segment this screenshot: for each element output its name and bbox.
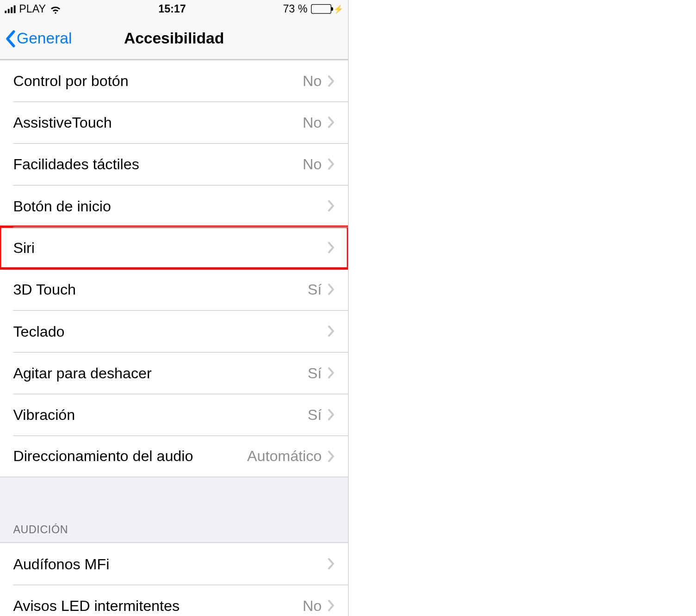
row-label: Direccionamiento del audio xyxy=(13,448,247,465)
row-value: Sí xyxy=(308,364,322,382)
chevron-right-icon xyxy=(328,75,335,87)
row-value: Automático xyxy=(247,448,322,465)
page-title: Accesibilidad xyxy=(124,29,224,48)
chevron-right-icon xyxy=(328,200,335,212)
carrier-label: PLAY xyxy=(19,3,46,15)
row-siri[interactable]: Siri xyxy=(0,227,348,268)
row-audifonos-mfi[interactable]: Audífonos MFi xyxy=(0,543,348,585)
chevron-right-icon xyxy=(328,409,335,421)
row-vibracion[interactable]: Vibración Sí xyxy=(0,394,348,435)
row-label: AssistiveTouch xyxy=(13,114,303,131)
chevron-right-icon xyxy=(328,367,335,379)
wifi-icon xyxy=(50,3,62,15)
screen-accessibility: PLAY 15:17 73 % ⚡ General Accesibilidad … xyxy=(0,0,348,616)
chevron-right-icon xyxy=(328,325,335,337)
row-agitar-deshacer[interactable]: Agitar para deshacer Sí xyxy=(0,352,348,394)
chevron-right-icon xyxy=(328,283,335,296)
row-control-por-boton[interactable]: Control por botón No xyxy=(0,60,348,101)
row-value: Sí xyxy=(308,406,322,423)
battery-percent-label: 73 % xyxy=(283,3,307,15)
row-boton-inicio[interactable]: Botón de inicio xyxy=(0,185,348,227)
row-label: Siri xyxy=(13,239,328,256)
row-label: Audífonos MFi xyxy=(13,555,328,572)
row-value: No xyxy=(303,72,322,89)
row-teclado[interactable]: Teclado xyxy=(0,310,348,352)
row-label: Teclado xyxy=(13,322,328,339)
row-facilidades-tactiles[interactable]: Facilidades táctiles No xyxy=(0,143,348,185)
back-button[interactable]: General xyxy=(5,29,72,48)
row-label: Facilidades táctiles xyxy=(13,155,303,172)
chevron-right-icon xyxy=(328,241,335,253)
row-avisos-led[interactable]: Avisos LED intermitentes No xyxy=(0,585,348,616)
status-bar: PLAY 15:17 73 % ⚡ xyxy=(0,0,348,18)
chevron-right-icon xyxy=(328,558,335,570)
row-value: No xyxy=(303,114,322,131)
row-label: Botón de inicio xyxy=(13,197,328,214)
row-label: 3D Touch xyxy=(13,281,307,298)
chevron-right-icon xyxy=(328,158,335,170)
row-assistivetouch[interactable]: AssistiveTouch No xyxy=(0,101,348,143)
charging-bolt-icon: ⚡ xyxy=(333,4,343,14)
settings-list: Control por botón No AssistiveTouch No F… xyxy=(0,60,348,616)
chevron-right-icon xyxy=(328,117,335,129)
row-value: Sí xyxy=(308,281,322,298)
chevron-right-icon xyxy=(328,450,335,462)
battery-icon xyxy=(311,4,331,14)
chevron-right-icon xyxy=(328,599,335,611)
section-header-audicion: AUDICIÓN xyxy=(0,477,348,543)
nav-bar: General Accesibilidad xyxy=(0,18,348,60)
row-label: Agitar para deshacer xyxy=(13,364,307,382)
row-value: No xyxy=(303,597,322,614)
row-label: Avisos LED intermitentes xyxy=(13,597,303,614)
status-time: 15:17 xyxy=(158,3,186,15)
row-direccionamiento-audio[interactable]: Direccionamiento del audio Automático xyxy=(0,436,348,477)
back-label: General xyxy=(17,29,72,48)
row-label: Control por botón xyxy=(13,72,303,89)
row-value: No xyxy=(303,155,322,172)
cellular-signal-icon xyxy=(5,5,15,13)
row-3d-touch[interactable]: 3D Touch Sí xyxy=(0,269,348,310)
row-label: Vibración xyxy=(13,406,307,423)
